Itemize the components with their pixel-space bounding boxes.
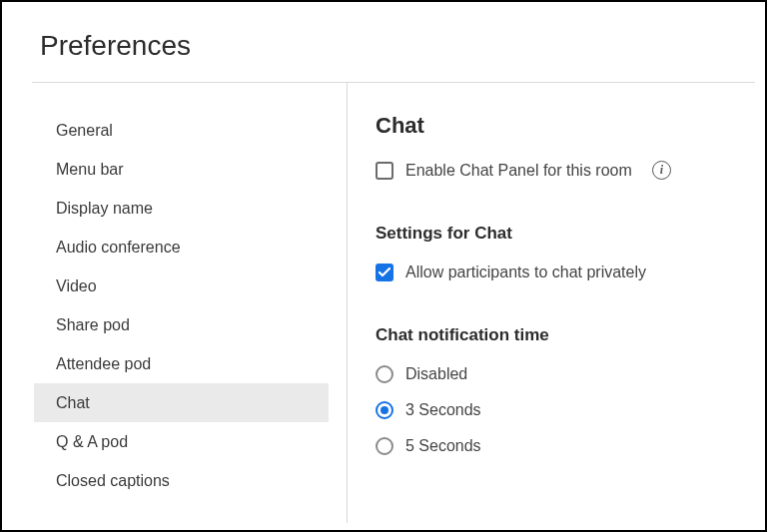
sidebar: GeneralMenu barDisplay nameAudio confere… <box>2 83 348 523</box>
page-title: Preferences <box>40 30 727 62</box>
sidebar-item-video[interactable]: Video <box>34 266 329 305</box>
notification-radio[interactable] <box>376 365 393 383</box>
notification-radio[interactable] <box>376 401 393 419</box>
sidebar-item-q-a-pod[interactable]: Q & A pod <box>34 422 329 461</box>
allow-private-row: Allow participants to chat privately <box>376 264 765 281</box>
panel-title: Chat <box>376 113 765 139</box>
allow-private-checkbox[interactable] <box>376 264 393 281</box>
settings-section-title: Settings for Chat <box>376 224 765 244</box>
notification-option-row: Disabled <box>376 365 765 383</box>
sidebar-item-chat[interactable]: Chat <box>34 383 329 422</box>
notification-radio-label: Disabled <box>405 365 467 383</box>
sidebar-item-menu-bar[interactable]: Menu bar <box>34 150 329 189</box>
notification-option-row: 3 Seconds <box>376 401 765 419</box>
info-icon[interactable]: i <box>652 161 671 180</box>
sidebar-item-share-pod[interactable]: Share pod <box>34 305 329 344</box>
checkmark-icon <box>379 267 390 277</box>
main-panel: Chat Enable Chat Panel for this room i S… <box>348 83 765 523</box>
notification-radio-label: 5 Seconds <box>405 437 481 455</box>
notification-option-row: 5 Seconds <box>376 437 765 455</box>
notification-radio-label: 3 Seconds <box>405 401 481 419</box>
enable-chat-checkbox[interactable] <box>376 162 393 180</box>
sidebar-item-general[interactable]: General <box>34 111 329 150</box>
enable-chat-label: Enable Chat Panel for this room <box>405 162 632 180</box>
notification-radio[interactable] <box>376 437 393 455</box>
radio-dot-icon <box>381 406 388 414</box>
header: Preferences <box>2 2 765 82</box>
sidebar-item-closed-captions[interactable]: Closed captions <box>34 461 329 500</box>
sidebar-item-attendee-pod[interactable]: Attendee pod <box>34 344 329 383</box>
content: GeneralMenu barDisplay nameAudio confere… <box>2 83 765 523</box>
enable-chat-row: Enable Chat Panel for this room i <box>376 161 765 180</box>
allow-private-label: Allow participants to chat privately <box>405 264 646 281</box>
sidebar-item-audio-conference[interactable]: Audio conference <box>34 228 329 266</box>
notification-section-title: Chat notification time <box>376 325 765 345</box>
notification-radio-group: Disabled3 Seconds5 Seconds <box>376 365 765 455</box>
sidebar-item-display-name[interactable]: Display name <box>34 189 329 228</box>
